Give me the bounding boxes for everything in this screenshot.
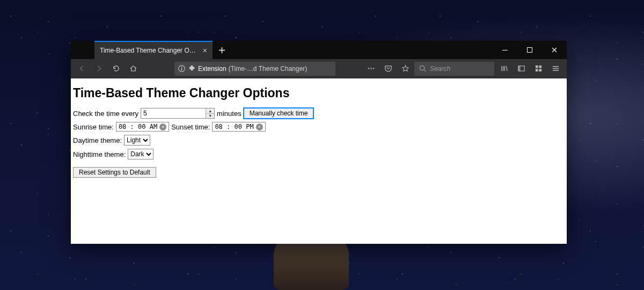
spinner-up-icon[interactable]: ▲ (206, 108, 214, 114)
page-title: Time-Based Theme Changer Options (73, 86, 565, 100)
back-button[interactable] (74, 61, 90, 76)
nighttime-theme-select[interactable]: Dark (128, 149, 153, 160)
check-interval-suffix: minutes (217, 110, 241, 118)
address-bar[interactable]: Extension (Time-…d Theme Changer) (174, 62, 335, 76)
window-close-button[interactable] (542, 41, 567, 59)
minimize-icon (502, 47, 508, 53)
sidebar-icon (517, 64, 525, 73)
reset-settings-button[interactable]: Reset Settings to Default (73, 167, 156, 178)
tab-strip-spacer (71, 41, 94, 59)
daytime-theme-select[interactable]: Light (124, 135, 150, 146)
nighttime-theme-row: Nighttime theme: Dark (73, 149, 565, 160)
sunrise-time-value: 08 : 00 AM (119, 123, 157, 130)
hamburger-icon (552, 64, 560, 73)
arrow-right-icon (95, 64, 103, 73)
svg-point-8 (420, 66, 424, 70)
home-button[interactable] (125, 61, 141, 76)
sun-times-row: Sunrise time: 08 : 00 AM × Sunset time: … (73, 122, 565, 132)
sidebar-button[interactable] (514, 61, 530, 76)
svg-rect-10 (518, 66, 521, 71)
reload-icon (112, 64, 120, 73)
check-interval-input[interactable] (141, 108, 215, 119)
library-button[interactable] (496, 61, 513, 76)
library-icon (500, 64, 508, 73)
daytime-theme-row: Daytime theme: Light (73, 135, 565, 146)
spinner-down-icon[interactable]: ▼ (206, 114, 214, 119)
svg-point-6 (371, 68, 372, 69)
sunset-time-input[interactable]: 08 : 00 PM × (212, 122, 265, 132)
titlebar-drag-area[interactable] (231, 41, 493, 59)
daytime-theme-label: Daytime theme: (73, 136, 122, 144)
window-minimize-button[interactable] (493, 41, 517, 59)
svg-point-5 (368, 68, 369, 69)
tab-title: Time-Based Theme Changer Options (100, 47, 199, 54)
spinner-buttons[interactable]: ▲ ▼ (206, 108, 214, 118)
sunset-time-value: 08 : 00 PM (215, 123, 253, 130)
svg-rect-11 (536, 66, 538, 68)
arrow-left-icon (78, 64, 86, 73)
close-icon (551, 47, 558, 53)
site-identity[interactable] (178, 64, 196, 73)
titlebar: Time-Based Theme Changer Options × (71, 41, 567, 59)
sunrise-time-input[interactable]: 08 : 00 AM × (116, 122, 169, 132)
tab-active[interactable]: Time-Based Theme Changer Options × (94, 41, 213, 59)
sunset-label: Sunset time: (171, 123, 210, 131)
star-icon (401, 64, 409, 73)
svg-rect-14 (539, 69, 541, 71)
manually-check-time-button[interactable]: Manually check time (244, 108, 314, 119)
page-content: Time-Based Theme Changer Options Check t… (71, 78, 567, 244)
check-interval-row: Check the time every ▲ ▼ minutes Manuall… (73, 108, 565, 119)
reload-button[interactable] (108, 61, 124, 76)
home-icon (129, 64, 137, 73)
pocket-icon (384, 64, 392, 73)
browser-window: Time-Based Theme Changer Options × (71, 41, 567, 244)
forward-button[interactable] (91, 61, 107, 76)
new-tab-button[interactable] (213, 41, 231, 59)
window-maximize-button[interactable] (517, 41, 542, 59)
page-actions-button[interactable] (363, 61, 379, 76)
search-bar[interactable]: Search (414, 62, 494, 76)
extension-icon (188, 64, 196, 73)
svg-rect-13 (536, 69, 538, 71)
clear-sunset-icon[interactable]: × (256, 124, 263, 130)
maximize-icon (526, 47, 533, 53)
clear-sunrise-icon[interactable]: × (159, 124, 166, 130)
check-interval-prefix: Check the time every (73, 110, 138, 118)
svg-point-7 (373, 68, 374, 69)
plus-icon (218, 46, 226, 54)
svg-point-3 (181, 67, 182, 68)
svg-rect-12 (539, 66, 541, 68)
bookmark-star-button[interactable] (397, 61, 413, 76)
app-menu-button[interactable] (547, 61, 564, 76)
info-icon (178, 64, 186, 73)
addons-button[interactable] (530, 61, 546, 76)
svg-rect-1 (528, 48, 532, 53)
check-interval-spinner[interactable]: ▲ ▼ (141, 108, 215, 119)
addons-icon (535, 64, 543, 73)
search-icon (419, 64, 427, 73)
tab-close-icon[interactable]: × (202, 46, 208, 55)
sunrise-label: Sunrise time: (73, 123, 114, 131)
ellipsis-icon (367, 64, 375, 73)
url-text: (Time-…d Theme Changer) (229, 65, 308, 73)
svg-rect-4 (181, 68, 182, 71)
url-prefix: Extension (198, 65, 226, 73)
navigation-toolbar: Extension (Time-…d Theme Changer) Search (71, 59, 567, 78)
reset-row: Reset Settings to Default (73, 167, 565, 178)
nighttime-theme-label: Nighttime theme: (73, 150, 126, 158)
search-placeholder: Search (430, 65, 450, 73)
svg-rect-0 (502, 50, 508, 50)
pocket-button[interactable] (380, 61, 397, 76)
